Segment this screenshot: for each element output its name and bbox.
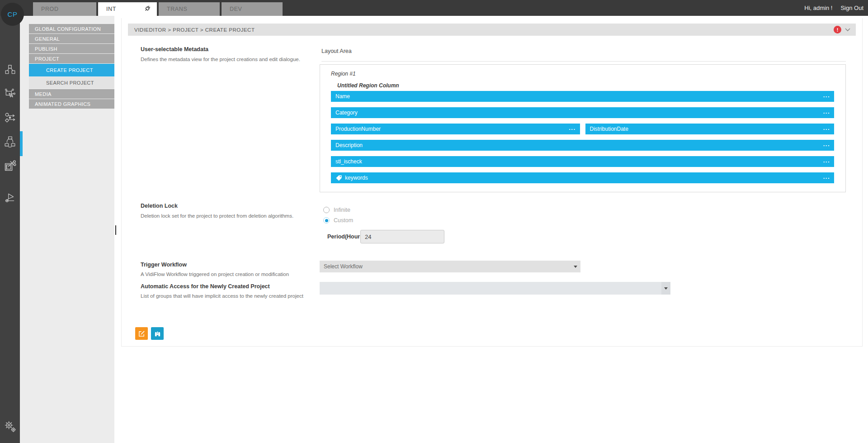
app-logo: CP — [1, 3, 24, 26]
tab-label: DEV — [230, 6, 242, 12]
field-row: Description ... — [331, 140, 834, 151]
metadata-section-title: User-selectable Metadata — [141, 46, 208, 52]
radio-custom[interactable] — [323, 217, 330, 224]
field-description[interactable]: Description ... — [331, 140, 834, 151]
field-row: keywords ... — [331, 172, 834, 183]
field-options-button[interactable]: ... — [569, 124, 576, 131]
top-bar: PROD INT TRANS DEV Hi, admin ! — [0, 0, 868, 16]
edit-button[interactable] — [135, 327, 148, 340]
trigger-workflow-title: Trigger Workflow — [141, 262, 187, 268]
breadcrumb-bar: VIDIEDITOR > PROJECT > CREATE PROJECT ! — [128, 24, 856, 36]
dropdown-caret-icon — [661, 282, 670, 295]
field-label: ProductionNumber — [335, 126, 381, 132]
stray-text-caret — [115, 225, 116, 235]
field-distribution-date[interactable]: DistributionDate ... — [585, 124, 835, 134]
app-icon-rail — [0, 16, 20, 443]
cubes-icon[interactable] — [0, 60, 20, 80]
field-name[interactable]: Name ... — [331, 91, 834, 102]
radio-infinite-label: Infinite — [334, 207, 350, 213]
field-label: Category — [335, 110, 358, 116]
active-app-indicator — [20, 131, 23, 156]
sidebar-item-search-project[interactable]: SEARCH PROJECT — [29, 77, 114, 89]
field-category[interactable]: Category ... — [331, 107, 834, 118]
field-options-button[interactable]: ... — [823, 124, 830, 131]
find-button[interactable] — [151, 327, 164, 340]
trigger-workflow-description: A VidiFlow Workflow triggered on project… — [141, 272, 289, 277]
field-production-number[interactable]: ProductionNumber ... — [331, 124, 580, 134]
radio-row-custom: Custom — [323, 217, 353, 224]
sidebar-item-animated-graphics[interactable]: ANIMATED GRAPHICS — [29, 99, 114, 109]
config-menu: GLOBAL CONFIGURATION GENERAL PUBLISH PRO… — [29, 24, 114, 109]
logo-text: CP — [8, 10, 18, 18]
tab-trans[interactable]: TRANS — [159, 2, 220, 16]
field-options-button[interactable]: ... — [823, 157, 830, 164]
deletion-lock-title: Deletion Lock — [141, 203, 178, 209]
field-row: ProductionNumber ... DistributionDate ..… — [331, 124, 834, 134]
sidebar-item-create-project[interactable]: CREATE PROJECT — [29, 64, 114, 76]
binoculars-icon — [154, 330, 161, 337]
auto-access-description: List of groups that will have implicit a… — [141, 293, 303, 299]
tab-label: TRANS — [167, 6, 187, 12]
tab-label: PROD — [41, 6, 59, 12]
field-label: DistributionDate — [590, 126, 628, 132]
tab-dev[interactable]: DEV — [222, 2, 283, 16]
sidebar-item-global-configuration[interactable]: GLOBAL CONFIGURATION — [29, 24, 114, 33]
main-content: VIDIEDITOR > PROJECT > CREATE PROJECT ! … — [114, 16, 868, 443]
sidebar-item-project[interactable]: PROJECT — [29, 54, 114, 63]
period-hours-label: Period(Hours) — [327, 233, 365, 240]
settings-gears-icon[interactable] — [0, 416, 20, 436]
field-row: Name ... — [331, 91, 834, 102]
workflow-dropdown[interactable]: Select Workflow — [320, 261, 580, 272]
region-title: Region #1 — [331, 71, 356, 77]
radio-infinite[interactable] — [323, 207, 330, 213]
field-row: stl_ischeck ... — [331, 156, 834, 167]
plug-icon — [144, 5, 151, 14]
sidebar-item-media[interactable]: MEDIA — [29, 89, 114, 99]
sidebar-item-general[interactable]: GENERAL — [29, 34, 114, 43]
tab-int[interactable]: INT — [98, 2, 157, 16]
radio-row-infinite: Infinite — [323, 207, 350, 213]
tab-prod[interactable]: PROD — [33, 2, 96, 16]
access-groups-dropdown[interactable] — [320, 282, 670, 295]
breadcrumb: VIDIEDITOR > PROJECT > CREATE PROJECT — [134, 27, 255, 33]
deletion-lock-description: Deletion lock set for the project to pro… — [141, 213, 293, 219]
chevron-down-icon[interactable] — [845, 28, 850, 32]
environment-tabs: PROD INT TRANS DEV — [33, 2, 283, 16]
field-options-button[interactable]: ... — [823, 92, 830, 99]
field-label: stl_ischeck — [335, 158, 362, 165]
video-editor-icon[interactable] — [0, 156, 20, 176]
side-menu-panel: GLOBAL CONFIGURATION GENERAL PUBLISH PRO… — [20, 16, 114, 443]
field-options-button[interactable]: ... — [823, 141, 830, 148]
user-greeting: Hi, admin ! — [804, 5, 832, 11]
field-stl-ischeck[interactable]: stl_ischeck ... — [331, 156, 834, 167]
field-label: Description — [335, 142, 363, 148]
error-badge[interactable]: ! — [834, 26, 841, 33]
field-keywords[interactable]: keywords ... — [331, 172, 834, 183]
metadata-field-rows: Name ... Category ... ProductionNumber .… — [331, 91, 834, 189]
auto-access-title: Automatic Access for the Newly Created P… — [141, 283, 270, 290]
field-options-button[interactable]: ... — [823, 108, 830, 115]
workflow-dropdown-value: Select Workflow — [324, 263, 363, 270]
settings-card: VIDIEDITOR > PROJECT > CREATE PROJECT ! … — [121, 18, 863, 347]
layout-area-label: Layout Area — [321, 48, 352, 54]
dropdown-caret-icon — [571, 261, 580, 272]
player-icon[interactable] — [0, 187, 20, 207]
tab-label: INT — [106, 6, 116, 12]
layout-divider — [321, 61, 846, 62]
sidebar-item-publish[interactable]: PUBLISH — [29, 44, 114, 53]
tag-icon — [335, 175, 342, 181]
field-row: Category ... — [331, 107, 834, 118]
sign-out-link[interactable]: Sign Out — [840, 5, 863, 11]
field-options-button[interactable]: ... — [823, 173, 830, 180]
layout-region-box: Region #1 Untitled Region Column Name ..… — [320, 64, 846, 192]
workflow-arrows-icon[interactable] — [0, 108, 20, 128]
sync-boxes-icon[interactable] — [0, 132, 20, 152]
field-label: Name — [335, 93, 350, 100]
field-label: keywords — [345, 175, 368, 181]
period-hours-input[interactable] — [360, 230, 444, 243]
edit-icon — [138, 330, 145, 337]
radio-custom-label: Custom — [334, 217, 353, 224]
network-touch-icon[interactable] — [0, 84, 20, 104]
metadata-section-description: Defines the metadata view for the projec… — [141, 57, 300, 62]
region-column-title: Untitled Region Column — [337, 82, 399, 89]
